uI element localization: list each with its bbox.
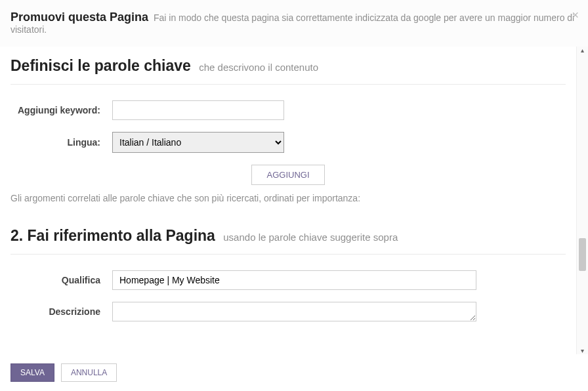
modal-header: Promuovi questa Pagina Fai in modo che q… bbox=[0, 0, 588, 47]
scrollbar[interactable]: ▴ ▾ bbox=[576, 47, 588, 354]
cancel-button[interactable]: ANNULLA bbox=[61, 363, 117, 382]
modal-body: Definisci le parole chiave che descrivon… bbox=[0, 47, 576, 354]
seo-promote-modal: Promuovi questa Pagina Fai in modo che q… bbox=[0, 0, 588, 391]
language-select[interactable]: Italian / Italiano bbox=[112, 132, 284, 153]
scroll-down-icon[interactable]: ▾ bbox=[577, 347, 588, 354]
modal-title: Promuovi questa Pagina bbox=[10, 10, 148, 24]
keyword-input[interactable] bbox=[112, 100, 284, 120]
section2-heading: 2. Fai riferimento alla Pagina usando le… bbox=[10, 227, 566, 245]
close-icon[interactable]: × bbox=[572, 9, 579, 21]
description-input[interactable] bbox=[112, 302, 476, 321]
keyword-label: Aggiungi keyword: bbox=[10, 105, 112, 115]
modal-footer: SALVA ANNULLA bbox=[0, 354, 588, 391]
title-label: Qualifica bbox=[10, 275, 112, 285]
section2-heading-text: 2. Fai riferimento alla Pagina bbox=[10, 227, 215, 244]
section2: 2. Fai riferimento alla Pagina usando le… bbox=[10, 227, 566, 321]
title-row: Qualifica bbox=[10, 270, 566, 290]
scroll-up-icon[interactable]: ▴ bbox=[577, 47, 588, 54]
scroll-thumb[interactable] bbox=[579, 238, 586, 271]
save-button[interactable]: SALVA bbox=[10, 363, 54, 382]
section1-heading: Definisci le parole chiave che descrivon… bbox=[10, 57, 566, 75]
description-row: Descrizione bbox=[10, 302, 566, 321]
add-button[interactable]: AGGIUNGI bbox=[251, 165, 324, 185]
language-label: Lingua: bbox=[10, 137, 112, 148]
section1-heading-text: Definisci le parole chiave bbox=[10, 57, 191, 74]
divider bbox=[10, 254, 566, 255]
title-input[interactable] bbox=[112, 270, 476, 290]
add-row: AGGIUNGI bbox=[10, 165, 566, 185]
section1-heading-sub: che descrivono il contenuto bbox=[199, 62, 318, 73]
keyword-row: Aggiungi keyword: bbox=[10, 100, 566, 120]
section2-heading-sub: usando le parole chiave suggerite sopra bbox=[223, 232, 398, 243]
language-row: Lingua: Italian / Italiano bbox=[10, 132, 566, 153]
description-label: Descrizione bbox=[10, 306, 112, 317]
keyword-hint: Gli argomenti correlati alle parole chia… bbox=[10, 193, 566, 203]
modal-body-wrap: Definisci le parole chiave che descrivon… bbox=[0, 47, 588, 354]
divider bbox=[10, 84, 566, 85]
